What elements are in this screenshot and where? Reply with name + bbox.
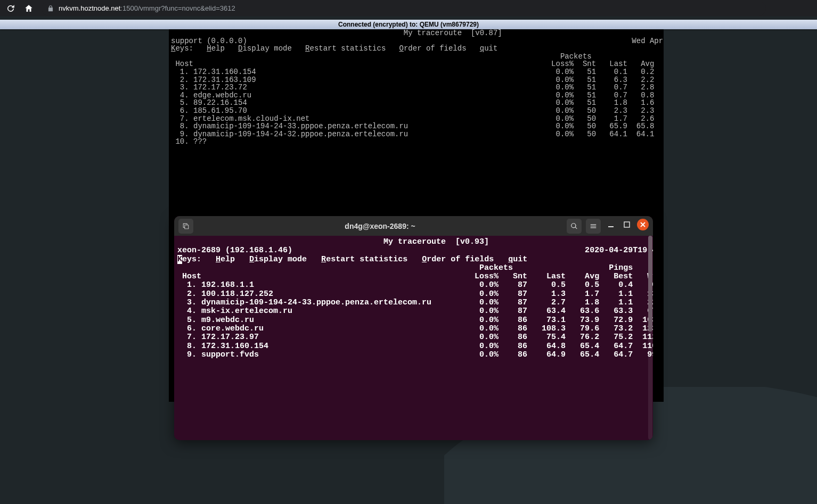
address-bar[interactable]: nvkvm.hoztnode.net:1500/vmmgr?func=novnc… — [42, 2, 766, 15]
url-text: nvkvm.hoztnode.net:1500/vmmgr?func=novnc… — [59, 4, 235, 12]
vnc-status-banner: Connected (encrypted) to: QEMU (vm867972… — [0, 20, 817, 29]
new-tab-button[interactable] — [178, 219, 193, 234]
reload-icon[interactable] — [5, 3, 16, 14]
scroll-thumb[interactable] — [648, 236, 652, 332]
lock-icon — [47, 5, 54, 12]
terminal-body[interactable]: My traceroute [v0.93] xeon-2689 (192.168… — [174, 236, 653, 361]
page-viewport: Connected (encrypted) to: QEMU (vm867972… — [0, 16, 817, 504]
home-icon[interactable] — [23, 3, 34, 14]
close-button[interactable] — [637, 219, 649, 230]
terminal-window: dn4g@xeon-2689: ~ My traceroute [v0.93] … — [174, 216, 653, 440]
browser-toolbar: nvkvm.hoztnode.net:1500/vmmgr?func=novnc… — [0, 0, 817, 16]
minimize-button[interactable] — [605, 219, 617, 230]
search-button[interactable] — [567, 219, 582, 234]
menu-button[interactable] — [586, 219, 601, 234]
terminal-title: dn4g@xeon-2689: ~ — [193, 222, 567, 230]
terminal-titlebar[interactable]: dn4g@xeon-2689: ~ — [174, 216, 653, 236]
maximize-button[interactable] — [621, 219, 633, 230]
svg-rect-2 — [624, 222, 630, 227]
svg-rect-1 — [608, 226, 614, 227]
terminal-scrollbar[interactable] — [648, 236, 652, 440]
